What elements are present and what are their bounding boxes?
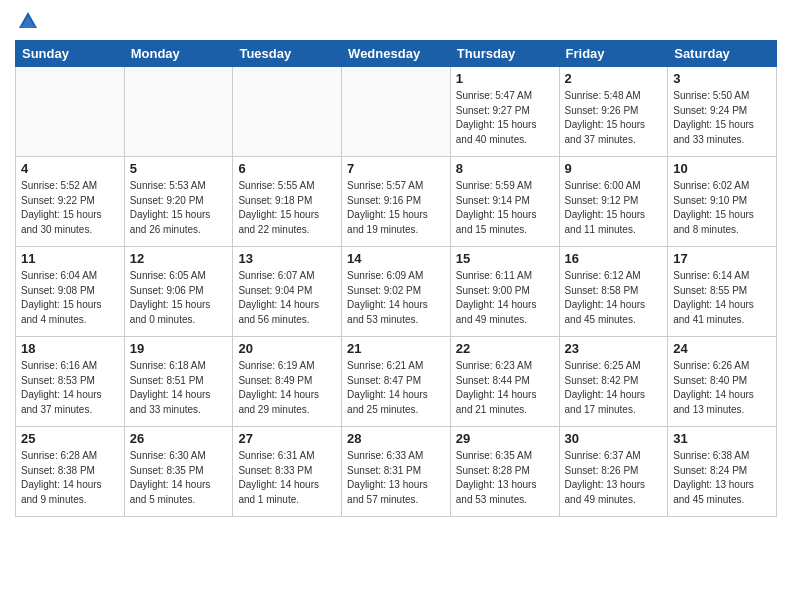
day-number: 1 xyxy=(456,71,554,86)
day-cell: 10Sunrise: 6:02 AMSunset: 9:10 PMDayligh… xyxy=(668,157,777,247)
day-cell: 23Sunrise: 6:25 AMSunset: 8:42 PMDayligh… xyxy=(559,337,668,427)
day-cell: 29Sunrise: 6:35 AMSunset: 8:28 PMDayligh… xyxy=(450,427,559,517)
logo-icon xyxy=(17,10,39,32)
day-info: Sunrise: 6:18 AMSunset: 8:51 PMDaylight:… xyxy=(130,359,228,417)
day-cell xyxy=(124,67,233,157)
day-number: 4 xyxy=(21,161,119,176)
day-cell: 9Sunrise: 6:00 AMSunset: 9:12 PMDaylight… xyxy=(559,157,668,247)
day-info: Sunrise: 6:02 AMSunset: 9:10 PMDaylight:… xyxy=(673,179,771,237)
day-number: 9 xyxy=(565,161,663,176)
day-info: Sunrise: 6:38 AMSunset: 8:24 PMDaylight:… xyxy=(673,449,771,507)
day-number: 2 xyxy=(565,71,663,86)
header-row: SundayMondayTuesdayWednesdayThursdayFrid… xyxy=(16,41,777,67)
day-number: 28 xyxy=(347,431,445,446)
day-number: 21 xyxy=(347,341,445,356)
day-info: Sunrise: 5:48 AMSunset: 9:26 PMDaylight:… xyxy=(565,89,663,147)
day-info: Sunrise: 5:47 AMSunset: 9:27 PMDaylight:… xyxy=(456,89,554,147)
day-info: Sunrise: 6:21 AMSunset: 8:47 PMDaylight:… xyxy=(347,359,445,417)
week-row-2: 4Sunrise: 5:52 AMSunset: 9:22 PMDaylight… xyxy=(16,157,777,247)
day-number: 15 xyxy=(456,251,554,266)
day-number: 20 xyxy=(238,341,336,356)
day-cell: 14Sunrise: 6:09 AMSunset: 9:02 PMDayligh… xyxy=(342,247,451,337)
day-number: 25 xyxy=(21,431,119,446)
day-cell: 1Sunrise: 5:47 AMSunset: 9:27 PMDaylight… xyxy=(450,67,559,157)
day-cell: 30Sunrise: 6:37 AMSunset: 8:26 PMDayligh… xyxy=(559,427,668,517)
day-info: Sunrise: 6:05 AMSunset: 9:06 PMDaylight:… xyxy=(130,269,228,327)
day-cell: 31Sunrise: 6:38 AMSunset: 8:24 PMDayligh… xyxy=(668,427,777,517)
header xyxy=(15,10,777,32)
col-header-thursday: Thursday xyxy=(450,41,559,67)
day-number: 10 xyxy=(673,161,771,176)
day-cell: 4Sunrise: 5:52 AMSunset: 9:22 PMDaylight… xyxy=(16,157,125,247)
day-cell: 8Sunrise: 5:59 AMSunset: 9:14 PMDaylight… xyxy=(450,157,559,247)
day-info: Sunrise: 6:25 AMSunset: 8:42 PMDaylight:… xyxy=(565,359,663,417)
day-cell: 22Sunrise: 6:23 AMSunset: 8:44 PMDayligh… xyxy=(450,337,559,427)
day-number: 31 xyxy=(673,431,771,446)
day-cell: 27Sunrise: 6:31 AMSunset: 8:33 PMDayligh… xyxy=(233,427,342,517)
day-number: 29 xyxy=(456,431,554,446)
col-header-friday: Friday xyxy=(559,41,668,67)
page: SundayMondayTuesdayWednesdayThursdayFrid… xyxy=(0,0,792,527)
col-header-tuesday: Tuesday xyxy=(233,41,342,67)
day-number: 16 xyxy=(565,251,663,266)
day-cell: 15Sunrise: 6:11 AMSunset: 9:00 PMDayligh… xyxy=(450,247,559,337)
day-info: Sunrise: 6:19 AMSunset: 8:49 PMDaylight:… xyxy=(238,359,336,417)
day-cell: 21Sunrise: 6:21 AMSunset: 8:47 PMDayligh… xyxy=(342,337,451,427)
day-cell xyxy=(342,67,451,157)
day-info: Sunrise: 6:33 AMSunset: 8:31 PMDaylight:… xyxy=(347,449,445,507)
day-number: 18 xyxy=(21,341,119,356)
day-info: Sunrise: 6:35 AMSunset: 8:28 PMDaylight:… xyxy=(456,449,554,507)
day-info: Sunrise: 6:23 AMSunset: 8:44 PMDaylight:… xyxy=(456,359,554,417)
day-cell: 18Sunrise: 6:16 AMSunset: 8:53 PMDayligh… xyxy=(16,337,125,427)
day-number: 27 xyxy=(238,431,336,446)
day-info: Sunrise: 6:28 AMSunset: 8:38 PMDaylight:… xyxy=(21,449,119,507)
day-info: Sunrise: 5:59 AMSunset: 9:14 PMDaylight:… xyxy=(456,179,554,237)
day-number: 11 xyxy=(21,251,119,266)
col-header-wednesday: Wednesday xyxy=(342,41,451,67)
day-info: Sunrise: 6:16 AMSunset: 8:53 PMDaylight:… xyxy=(21,359,119,417)
day-info: Sunrise: 6:37 AMSunset: 8:26 PMDaylight:… xyxy=(565,449,663,507)
day-number: 23 xyxy=(565,341,663,356)
day-info: Sunrise: 6:12 AMSunset: 8:58 PMDaylight:… xyxy=(565,269,663,327)
day-number: 7 xyxy=(347,161,445,176)
day-cell: 28Sunrise: 6:33 AMSunset: 8:31 PMDayligh… xyxy=(342,427,451,517)
day-info: Sunrise: 6:14 AMSunset: 8:55 PMDaylight:… xyxy=(673,269,771,327)
day-cell: 5Sunrise: 5:53 AMSunset: 9:20 PMDaylight… xyxy=(124,157,233,247)
day-number: 14 xyxy=(347,251,445,266)
day-number: 8 xyxy=(456,161,554,176)
day-cell: 11Sunrise: 6:04 AMSunset: 9:08 PMDayligh… xyxy=(16,247,125,337)
day-info: Sunrise: 6:26 AMSunset: 8:40 PMDaylight:… xyxy=(673,359,771,417)
day-cell: 12Sunrise: 6:05 AMSunset: 9:06 PMDayligh… xyxy=(124,247,233,337)
col-header-monday: Monday xyxy=(124,41,233,67)
day-cell: 16Sunrise: 6:12 AMSunset: 8:58 PMDayligh… xyxy=(559,247,668,337)
day-cell: 19Sunrise: 6:18 AMSunset: 8:51 PMDayligh… xyxy=(124,337,233,427)
week-row-3: 11Sunrise: 6:04 AMSunset: 9:08 PMDayligh… xyxy=(16,247,777,337)
day-info: Sunrise: 5:57 AMSunset: 9:16 PMDaylight:… xyxy=(347,179,445,237)
day-info: Sunrise: 5:52 AMSunset: 9:22 PMDaylight:… xyxy=(21,179,119,237)
day-number: 13 xyxy=(238,251,336,266)
day-number: 24 xyxy=(673,341,771,356)
day-info: Sunrise: 5:53 AMSunset: 9:20 PMDaylight:… xyxy=(130,179,228,237)
day-cell: 3Sunrise: 5:50 AMSunset: 9:24 PMDaylight… xyxy=(668,67,777,157)
day-cell: 24Sunrise: 6:26 AMSunset: 8:40 PMDayligh… xyxy=(668,337,777,427)
day-info: Sunrise: 6:00 AMSunset: 9:12 PMDaylight:… xyxy=(565,179,663,237)
day-number: 17 xyxy=(673,251,771,266)
day-info: Sunrise: 6:31 AMSunset: 8:33 PMDaylight:… xyxy=(238,449,336,507)
logo xyxy=(15,10,39,32)
week-row-5: 25Sunrise: 6:28 AMSunset: 8:38 PMDayligh… xyxy=(16,427,777,517)
day-cell: 25Sunrise: 6:28 AMSunset: 8:38 PMDayligh… xyxy=(16,427,125,517)
day-cell: 20Sunrise: 6:19 AMSunset: 8:49 PMDayligh… xyxy=(233,337,342,427)
day-number: 5 xyxy=(130,161,228,176)
day-info: Sunrise: 6:07 AMSunset: 9:04 PMDaylight:… xyxy=(238,269,336,327)
week-row-1: 1Sunrise: 5:47 AMSunset: 9:27 PMDaylight… xyxy=(16,67,777,157)
week-row-4: 18Sunrise: 6:16 AMSunset: 8:53 PMDayligh… xyxy=(16,337,777,427)
day-info: Sunrise: 6:11 AMSunset: 9:00 PMDaylight:… xyxy=(456,269,554,327)
day-info: Sunrise: 5:50 AMSunset: 9:24 PMDaylight:… xyxy=(673,89,771,147)
day-cell: 26Sunrise: 6:30 AMSunset: 8:35 PMDayligh… xyxy=(124,427,233,517)
day-cell xyxy=(16,67,125,157)
day-info: Sunrise: 5:55 AMSunset: 9:18 PMDaylight:… xyxy=(238,179,336,237)
day-cell xyxy=(233,67,342,157)
day-number: 6 xyxy=(238,161,336,176)
day-info: Sunrise: 6:04 AMSunset: 9:08 PMDaylight:… xyxy=(21,269,119,327)
day-number: 19 xyxy=(130,341,228,356)
